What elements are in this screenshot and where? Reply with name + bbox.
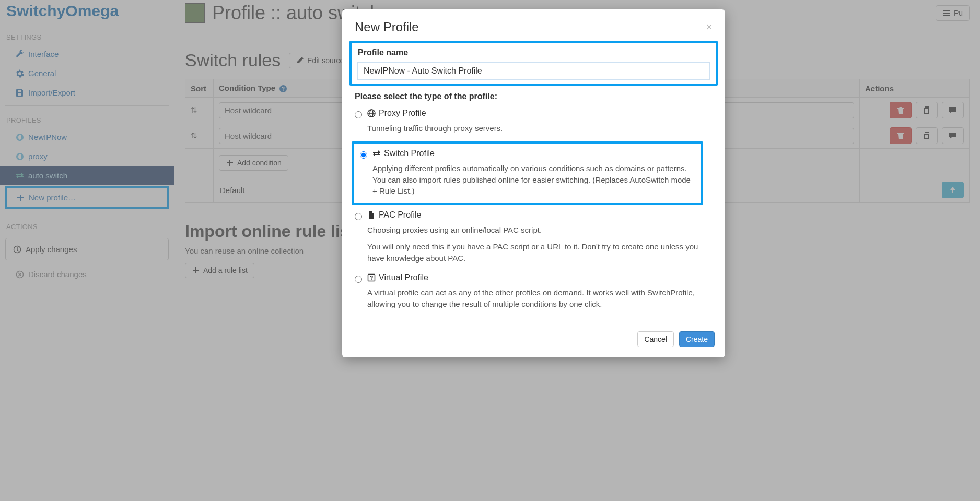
cancel-button[interactable]: Cancel [637, 331, 674, 347]
globe-icon [367, 109, 376, 117]
file-icon [367, 211, 376, 219]
profile-type-proxy[interactable]: Proxy Profile [347, 106, 720, 121]
modal-title: New Profile [355, 20, 419, 34]
profile-name-input[interactable] [357, 62, 710, 80]
profile-type-switch-section: Switch Profile Applying different profil… [352, 141, 703, 205]
radio-switch[interactable] [360, 151, 367, 159]
radio-pac[interactable] [355, 213, 362, 220]
close-icon[interactable]: × [706, 20, 713, 34]
radio-pac-desc1: Choosing proxies using an online/local P… [347, 222, 720, 239]
radio-proxy[interactable] [355, 111, 362, 118]
transfer-icon [372, 149, 381, 158]
radio-proxy-desc: Tunneling traffic through proxy servers. [347, 121, 720, 141]
profile-type-prompt: Please select the type of the profile: [355, 92, 713, 101]
profile-name-section: Profile name [349, 41, 718, 86]
svg-text:?: ? [370, 275, 374, 281]
profile-name-label: Profile name [358, 48, 709, 57]
radio-switch-desc: Applying different profiles automaticall… [357, 161, 698, 200]
profile-type-pac[interactable]: PAC Profile [347, 208, 720, 222]
radio-virtual-desc: A virtual profile can act as any of the … [347, 285, 720, 317]
question-square-icon: ? [367, 273, 376, 282]
radio-pac-label: PAC Profile [379, 210, 422, 220]
profile-type-virtual[interactable]: ? Virtual Profile [347, 271, 720, 285]
radio-switch-label: Switch Profile [384, 149, 435, 158]
new-profile-modal: New Profile × Profile name Please select… [342, 9, 725, 357]
radio-virtual[interactable] [355, 276, 362, 283]
radio-pac-desc2: You will only need this if you have a PA… [347, 239, 720, 271]
radio-virtual-label: Virtual Profile [379, 273, 428, 282]
radio-proxy-label: Proxy Profile [379, 109, 426, 118]
create-button[interactable]: Create [679, 331, 715, 347]
profile-type-switch[interactable]: Switch Profile [357, 147, 698, 161]
